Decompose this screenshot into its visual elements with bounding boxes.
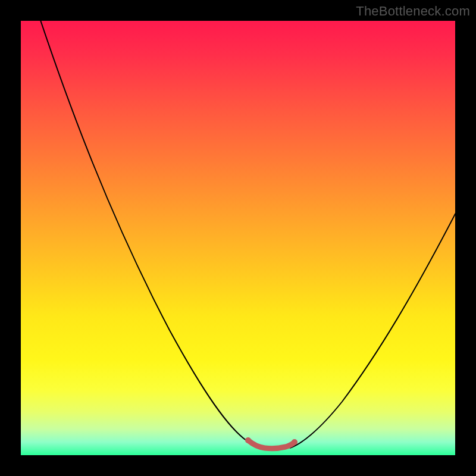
trough-dot-left xyxy=(245,437,251,443)
left-curve xyxy=(39,21,262,448)
trough-highlight xyxy=(248,440,295,449)
watermark-text: TheBottleneck.com xyxy=(356,4,470,19)
plot-area xyxy=(21,21,455,455)
right-curve xyxy=(290,208,455,448)
trough-dot-right xyxy=(292,439,298,445)
chart-svg xyxy=(21,21,455,455)
